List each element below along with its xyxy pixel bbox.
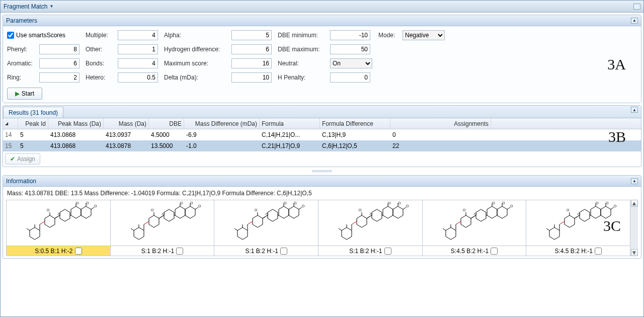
mode-select[interactable]: Negative bbox=[403, 30, 445, 40]
svg-marker-43 bbox=[289, 206, 299, 218]
svg-line-94 bbox=[471, 216, 474, 218]
svg-text:O: O bbox=[614, 204, 617, 208]
assign-button[interactable]: ✔ Assign bbox=[5, 153, 40, 165]
information-panel: Information ▲ Mass: 413.08781 DBE: 13.5 … bbox=[3, 175, 641, 259]
svg-marker-26 bbox=[164, 209, 174, 221]
thumbnail-caption: S:1 B:2 H:-1 bbox=[318, 246, 422, 256]
svg-line-10 bbox=[55, 216, 58, 218]
svg-marker-75 bbox=[342, 227, 352, 240]
use-smarts-checkbox[interactable] bbox=[7, 32, 14, 39]
dbemax-label: DBE maximum: bbox=[278, 46, 328, 53]
col-mdiff[interactable]: Mass Difference (mDa) bbox=[184, 118, 260, 129]
collapse-icon[interactable]: ▲ bbox=[631, 178, 638, 184]
maxscore-label: Maximum score: bbox=[164, 60, 229, 67]
thumbnail-checkbox[interactable] bbox=[595, 248, 602, 255]
alpha-input[interactable] bbox=[231, 30, 272, 40]
svg-text:O: O bbox=[190, 201, 193, 205]
phenyl-input[interactable] bbox=[39, 44, 79, 54]
information-header: Information ▲ bbox=[3, 176, 641, 187]
dbemax-input[interactable] bbox=[330, 44, 370, 54]
delta-input[interactable] bbox=[231, 72, 272, 83]
window-control-icon[interactable] bbox=[633, 4, 640, 10]
mode-label: Mode: bbox=[378, 32, 400, 39]
svg-marker-89 bbox=[476, 209, 486, 221]
svg-line-74 bbox=[352, 221, 357, 224]
svg-line-31 bbox=[159, 216, 162, 218]
col-assign[interactable]: Assignments bbox=[390, 118, 491, 129]
use-smarts-label: Use smartsScores bbox=[16, 32, 65, 39]
svg-line-73 bbox=[367, 216, 370, 218]
svg-line-115 bbox=[575, 216, 578, 218]
structure-thumbnail[interactable]: OOOOO S:1 B:2 H:-1 bbox=[214, 200, 318, 256]
information-title: Information bbox=[6, 178, 36, 185]
svg-text:O: O bbox=[47, 208, 50, 212]
ring-input[interactable] bbox=[39, 72, 79, 83]
dbemin-input[interactable] bbox=[330, 30, 370, 40]
ring-label: Ring: bbox=[7, 74, 37, 81]
structure-thumbnail[interactable]: OOOOO S:4.5 B:2 H:-1 bbox=[422, 200, 527, 256]
svg-marker-96 bbox=[446, 227, 456, 240]
svg-marker-50 bbox=[253, 215, 263, 227]
thumbnail-checkbox[interactable] bbox=[280, 248, 287, 255]
col-fdiff[interactable]: Formula Difference bbox=[320, 118, 390, 129]
svg-text:O: O bbox=[510, 204, 513, 208]
section-label-3b: 3B bbox=[608, 128, 626, 145]
scroll-down-icon[interactable]: ▼ bbox=[631, 249, 638, 256]
hpen-input[interactable] bbox=[330, 72, 370, 83]
svg-marker-21 bbox=[175, 206, 185, 218]
information-detail: Mass: 413.08781 DBE: 13.5 Mass Differenc… bbox=[3, 187, 641, 200]
svg-marker-54 bbox=[237, 227, 248, 240]
col-peak-id[interactable]: Peak Id bbox=[18, 118, 48, 129]
molecule-image: OOOOO bbox=[214, 200, 318, 246]
table-row[interactable]: 145413.0868413.09374.5000-6.9C,14|H,21|O… bbox=[3, 129, 641, 140]
thumbnails-scrollbar[interactable]: ▲ ▼ bbox=[630, 200, 638, 256]
table-row[interactable]: 155413.0868413.087813.5000-1.0C,21|H,17|… bbox=[3, 140, 641, 151]
svg-text:O: O bbox=[302, 204, 305, 208]
svg-line-32 bbox=[144, 221, 149, 224]
neutral-select[interactable]: On bbox=[330, 58, 372, 68]
svg-marker-29 bbox=[149, 215, 159, 227]
collapse-icon[interactable]: ▲ bbox=[631, 18, 638, 24]
svg-marker-105 bbox=[591, 206, 601, 218]
title-menu[interactable]: Fragment Match ▼ bbox=[4, 3, 53, 10]
svg-line-78 bbox=[339, 228, 342, 230]
thumbnail-checkbox[interactable] bbox=[176, 248, 183, 255]
col-mass[interactable]: Mass (Da) bbox=[104, 118, 149, 129]
hetero-input[interactable] bbox=[118, 72, 158, 83]
thumbnail-checkbox[interactable] bbox=[384, 248, 391, 255]
structure-thumbnail[interactable]: OOOOO S:1 B:2 H:-1 bbox=[110, 200, 215, 256]
collapse-icon[interactable]: ▲ bbox=[631, 107, 638, 113]
results-grid-header: ◢ Peak Id Peak Mass (Da) Mass (Da) DBE M… bbox=[3, 118, 641, 129]
bonds-input[interactable] bbox=[118, 58, 158, 68]
svg-text:O: O bbox=[606, 201, 609, 205]
svg-line-52 bbox=[263, 216, 266, 218]
results-body: ◢ Peak Id Peak Mass (Da) Mass (Da) DBE M… bbox=[3, 118, 641, 165]
structure-thumbnail[interactable]: OOOOO S:0.5 B:1 H:-2 bbox=[6, 200, 111, 256]
svg-marker-113 bbox=[565, 215, 575, 227]
col-rownum[interactable]: ◢ bbox=[3, 118, 18, 129]
start-button[interactable]: ▶ Start bbox=[7, 88, 42, 100]
thumbnail-checkbox[interactable] bbox=[75, 248, 82, 255]
results-tab[interactable]: Results (31 found) bbox=[3, 107, 63, 118]
splitter[interactable] bbox=[1, 169, 643, 173]
svg-marker-8 bbox=[45, 215, 55, 227]
results-tabbar: Results (31 found) ▲ bbox=[3, 106, 641, 118]
multiple-input[interactable] bbox=[118, 30, 158, 40]
col-dbe[interactable]: DBE bbox=[149, 118, 184, 129]
maxscore-input[interactable] bbox=[231, 58, 272, 68]
col-peak-mass[interactable]: Peak Mass (Da) bbox=[48, 118, 104, 129]
structure-thumbnail[interactable]: OOOOO S:1 B:2 H:-1 bbox=[318, 200, 423, 256]
structure-thumbnails: OOOOO S:0.5 B:1 H:-2 OOOOO S:1 B:2 H:-1 … bbox=[3, 200, 641, 258]
svg-marker-22 bbox=[185, 206, 195, 218]
hdiff-input[interactable] bbox=[231, 44, 272, 54]
svg-text:O: O bbox=[578, 212, 581, 216]
scroll-up-icon[interactable]: ▲ bbox=[631, 200, 638, 207]
other-input[interactable] bbox=[118, 44, 158, 54]
col-formula[interactable]: Formula bbox=[260, 118, 320, 129]
svg-marker-106 bbox=[601, 206, 611, 218]
svg-marker-63 bbox=[383, 206, 393, 218]
thumbnail-checkbox[interactable] bbox=[491, 248, 498, 255]
svg-marker-110 bbox=[580, 209, 590, 221]
svg-line-116 bbox=[559, 221, 565, 224]
aromatic-input[interactable] bbox=[39, 58, 79, 68]
